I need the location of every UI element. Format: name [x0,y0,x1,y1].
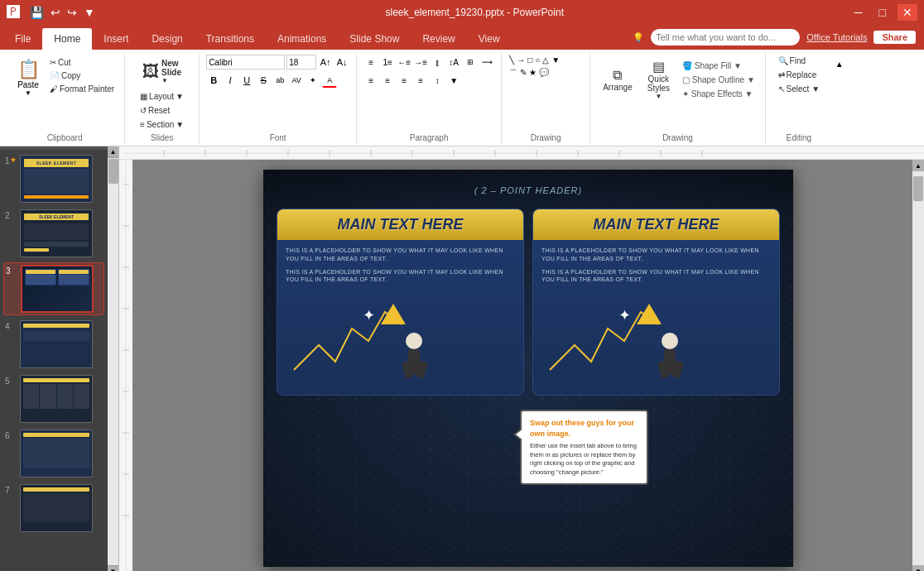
close-button[interactable]: ✕ [898,4,917,21]
increase-indent-button[interactable]: →≡ [413,55,428,70]
bold-button[interactable]: B [206,73,221,88]
arrange-button[interactable]: ⧉ Arrange [597,59,638,100]
select-button[interactable]: ↖ Select ▼ [775,83,823,95]
slide-thumb-4[interactable]: 4 [3,319,104,370]
decrease-indent-button[interactable]: ←≡ [397,55,411,70]
font-color-button[interactable]: A [322,73,337,88]
undo-button[interactable]: ↩ [49,4,62,21]
numbering-button[interactable]: 1≡ [380,55,395,70]
slide-thumb-2[interactable]: 2 SLEEK ELEMENT [3,208,104,259]
slide-panel-scrollbar[interactable]: ▲ ▼ [108,146,119,571]
ruler-svg [123,146,924,159]
slide-thumb-6[interactable]: 6 [3,428,104,479]
office-tutorials-link[interactable]: Office Tutorials [806,32,867,42]
scroll-up-button[interactable]: ▲ [108,146,118,158]
justify-button[interactable]: ≡ [413,73,428,88]
shape-arrow-icon[interactable]: → [516,55,526,65]
scroll-thumb[interactable] [108,159,118,184]
right-card-text-1: THIS IS A PLACEHOLDER TO SHOW YOU WHAT I… [541,247,771,263]
scroll-down-button[interactable]: ▼ [108,565,118,571]
v-ruler-svg [119,160,132,571]
tab-insert[interactable]: Insert [92,28,140,50]
align-left-button[interactable]: ≡ [363,73,378,88]
tab-file[interactable]: File [3,28,42,50]
align-right-button[interactable]: ≡ [397,73,411,88]
customize-button[interactable]: ▼ [82,4,97,21]
share-button[interactable]: Share [873,31,916,44]
shape-freeform-icon[interactable]: ✎ [519,67,527,80]
italic-button[interactable]: I [223,73,238,88]
collapse-ribbon-button[interactable]: ▲ [832,56,847,71]
ws-scroll-thumb[interactable] [913,176,923,201]
text-direction-button[interactable]: ↕A [446,55,461,70]
ws-scroll-up[interactable]: ▲ [912,160,924,171]
shape-outline-icon: ▢ [682,75,690,84]
shape-outline-button[interactable]: ▢ Shape Outline ▼ [679,74,758,86]
shape-star5-icon[interactable]: ★ [528,67,537,80]
font-group: A↑ A↓ B I U S ab AV ✦ A Font [200,53,357,144]
tell-me-input[interactable] [651,29,800,46]
tab-review[interactable]: Review [411,28,466,50]
tab-view[interactable]: View [467,28,512,50]
shape-curve-icon[interactable]: ⌒ [508,67,518,80]
ws-scroll-down[interactable]: ▼ [912,565,924,571]
save-button[interactable]: 💾 [28,4,46,21]
drawing-label: Drawing [590,133,765,142]
font-size-input[interactable] [286,55,316,70]
paste-button[interactable]: 📋 Paste ▼ [12,56,45,99]
workspace-vscroll[interactable]: ▲ ▼ [912,160,924,571]
shape-line-icon[interactable]: ╲ [508,55,515,65]
reset-button[interactable]: ↺ Reset [137,104,173,117]
strikethrough-button[interactable]: S [256,73,271,88]
increase-font-button[interactable]: A↑ [318,55,333,70]
shape-more-icon[interactable]: ▼ [551,55,561,65]
align-text-button[interactable]: ⊞ [463,55,478,70]
slide-thumb-1[interactable]: 1 SLEEK ELEMENT ★ [3,153,104,204]
vertical-ruler [119,160,132,571]
cut-button[interactable]: ✂Cut [46,56,118,69]
tab-transitions[interactable]: Transitions [195,28,266,50]
quick-styles-button[interactable]: ▤ Quick Styles ▼ [642,55,676,104]
drawing-shapes-label: Drawing [502,133,590,142]
copy-button[interactable]: 📄Copy [46,70,118,82]
clear-formatting-button[interactable]: ✦ [306,73,320,88]
restore-button[interactable]: □ [874,4,891,21]
find-button[interactable]: 🔍 Find [775,55,809,67]
slide-thumb-7[interactable]: 7 [3,482,104,534]
slide-thumb-3[interactable]: 3 [3,262,104,315]
tab-design[interactable]: Design [140,28,194,50]
columns-button[interactable]: ⫿ [430,55,445,70]
tab-home[interactable]: Home [42,28,92,50]
character-spacing-button[interactable]: AV [289,73,304,88]
tab-animations[interactable]: Animations [266,28,338,50]
section-button[interactable]: ≡Section ▼ [137,118,187,131]
bullets-button[interactable]: ≡ [363,55,378,70]
smartart-button[interactable]: ⟿ [479,55,494,70]
underline-button[interactable]: U [239,73,254,88]
layout-button[interactable]: ▦ Layout ▼ [137,90,187,103]
paragraph-group: ≡ 1≡ ←≡ →≡ ⫿ ↕A ⊞ ⟿ ≡ ≡ ≡ ≡ ↕ ▼ [357,53,502,144]
decrease-font-button[interactable]: A↓ [334,55,349,70]
quick-styles-dropdown: ▼ [655,93,662,100]
line-spacing-button[interactable]: ↕ [430,73,445,88]
shape-rect-icon[interactable]: □ [527,55,533,65]
shape-callout-icon[interactable]: 💬 [538,67,550,80]
shape-oval-icon[interactable]: ○ [534,55,541,65]
center-button[interactable]: ≡ [380,73,395,88]
new-slide-button[interactable]: 🖼 New Slide ▼ [137,55,187,89]
shape-triangle-icon[interactable]: △ [541,55,550,65]
shadow-button[interactable]: ab [272,73,287,88]
slide-thumb-5[interactable]: 5 [3,373,104,425]
format-painter-button[interactable]: 🖌Format Painter [46,83,118,95]
main-slide[interactable]: ( 2 – POINT HEADER) MAIN TEXT HERE THIS … [263,170,793,567]
minimize-button[interactable]: ─ [849,4,868,21]
shape-fill-button[interactable]: 🪣 Shape Fill ▼ [679,60,758,72]
redo-button[interactable]: ↪ [65,4,79,21]
font-name-input[interactable] [206,55,285,70]
replace-button[interactable]: ⇄ Replace [775,69,821,81]
tab-slideshow[interactable]: Slide Show [338,28,411,50]
paste-label: Paste [17,80,39,89]
paragraph-more-button[interactable]: ▼ [446,73,461,88]
left-card-title: MAIN TEXT HERE [337,216,463,233]
shape-effects-button[interactable]: ✦ Shape Effects ▼ [679,88,758,100]
